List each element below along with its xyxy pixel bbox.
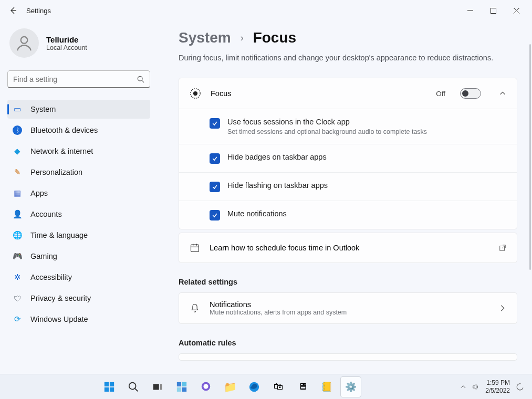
- chat-icon: [200, 381, 212, 393]
- scrollbar[interactable]: [529, 44, 531, 270]
- automatic-card-partial[interactable]: [179, 353, 517, 361]
- sidebar-item-accessibility[interactable]: ✲Accessibility: [7, 268, 150, 287]
- nav-label: Personalization: [30, 168, 82, 176]
- app-title: Settings: [26, 7, 51, 15]
- taskbar: 📁 🛍 🖥 📒 ⚙️ 1:59 PM 2/5/2022: [0, 374, 532, 399]
- svg-rect-15: [182, 382, 186, 386]
- nav-label: Apps: [30, 189, 48, 197]
- focus-toggle[interactable]: [460, 88, 481, 99]
- sidebar-item-gaming[interactable]: 🎮Gaming: [7, 247, 150, 266]
- checkbox-checked[interactable]: [210, 153, 220, 164]
- focus-option-mute[interactable]: Mute notifications: [179, 201, 517, 229]
- focus-tray-icon[interactable]: [515, 382, 525, 392]
- notifications-card[interactable]: Notifications Mute notifications, alerts…: [179, 292, 517, 324]
- focus-option-clock[interactable]: Use focus sessions in the Clock app Set …: [179, 109, 517, 144]
- widgets-icon: [176, 381, 187, 393]
- system-icon: ▭: [13, 104, 22, 114]
- focus-header[interactable]: Focus Off: [179, 78, 517, 109]
- titlebar: Settings: [0, 0, 532, 21]
- accounts-icon: 👤: [13, 209, 22, 219]
- search-icon: [137, 76, 144, 83]
- svg-rect-9: [105, 387, 109, 391]
- search-icon: [128, 381, 139, 393]
- svg-rect-12: [153, 384, 159, 390]
- shield-icon: 🛡: [13, 293, 22, 303]
- svg-rect-7: [105, 382, 109, 386]
- sidebar-item-personalization[interactable]: ✎Personalization: [7, 163, 150, 182]
- search-box[interactable]: [7, 70, 150, 88]
- search-button[interactable]: [123, 376, 144, 397]
- taskview-button[interactable]: [147, 376, 168, 397]
- update-icon: ⟳: [13, 314, 22, 324]
- sidebar-item-accounts[interactable]: 👤Accounts: [7, 205, 150, 224]
- option-label: Mute notifications: [227, 209, 287, 218]
- chevron-right-icon: ›: [241, 33, 244, 44]
- globe-icon: 🌐: [13, 230, 22, 240]
- svg-rect-8: [110, 382, 114, 386]
- store-button[interactable]: 🛍: [268, 376, 289, 397]
- account-name: Telluride: [46, 35, 87, 44]
- calendar-icon: [190, 243, 200, 253]
- app2-button[interactable]: 📒: [316, 376, 337, 397]
- svg-rect-17: [182, 387, 186, 391]
- chevron-up-icon[interactable]: [499, 90, 506, 97]
- account-type: Local Account: [46, 44, 87, 51]
- back-button[interactable]: [4, 2, 22, 19]
- checkbox-checked[interactable]: [210, 118, 220, 129]
- svg-point-4: [193, 91, 197, 96]
- breadcrumb: System › Focus: [179, 29, 517, 46]
- widgets-button[interactable]: [171, 376, 192, 397]
- breadcrumb-current: Focus: [253, 29, 296, 46]
- volume-icon[interactable]: [472, 383, 480, 391]
- windows-icon: [103, 381, 115, 393]
- nav-label: Gaming: [30, 252, 57, 260]
- option-label: Hide badges on taskbar apps: [227, 153, 327, 161]
- svg-point-11: [129, 382, 136, 389]
- checkbox-checked[interactable]: [210, 210, 220, 220]
- folder-icon: 📁: [224, 381, 237, 393]
- search-input[interactable]: [13, 75, 137, 83]
- explorer-button[interactable]: 📁: [220, 376, 241, 397]
- related-heading: Related settings: [179, 278, 517, 286]
- date-text: 2/5/2022: [485, 387, 510, 395]
- minimize-button[interactable]: [458, 3, 482, 18]
- sidebar-item-update[interactable]: ⟳Windows Update: [7, 310, 150, 329]
- app1-button[interactable]: 🖥: [292, 376, 313, 397]
- nav-label: System: [30, 105, 56, 113]
- sidebar-item-privacy[interactable]: 🛡Privacy & security: [7, 289, 150, 308]
- avatar: [9, 28, 39, 58]
- svg-point-19: [204, 384, 208, 388]
- edge-button[interactable]: [244, 376, 265, 397]
- sidebar-item-time[interactable]: 🌐Time & language: [7, 226, 150, 245]
- settings-taskbar-button[interactable]: ⚙️: [340, 376, 361, 397]
- close-button[interactable]: [505, 3, 528, 18]
- focus-option-flashing[interactable]: Hide flashing on taskbar apps: [179, 173, 517, 201]
- close-icon: [514, 8, 519, 14]
- person-icon: [15, 34, 33, 52]
- time-text: 1:59 PM: [485, 379, 510, 387]
- checkbox-checked[interactable]: [210, 182, 220, 192]
- focus-option-badges[interactable]: Hide badges on taskbar apps: [179, 144, 517, 173]
- sidebar-item-apps[interactable]: ▦Apps: [7, 184, 150, 203]
- option-label: Hide flashing on taskbar apps: [227, 181, 328, 190]
- account-block[interactable]: Telluride Local Account: [7, 21, 150, 70]
- bluetooth-icon: ᛒ: [13, 125, 22, 135]
- open-external-icon: [499, 244, 506, 251]
- tray-chevron-icon[interactable]: [460, 384, 466, 390]
- clock[interactable]: 1:59 PM 2/5/2022: [485, 379, 510, 395]
- outlook-link-card[interactable]: Learn how to schedule focus time in Outl…: [179, 233, 517, 263]
- sidebar-item-network[interactable]: ◆Network & internet: [7, 142, 150, 161]
- svg-rect-10: [110, 387, 114, 391]
- focus-options-list: Use focus sessions in the Clock app Set …: [179, 109, 517, 229]
- nav-label: Privacy & security: [30, 294, 91, 302]
- chat-button[interactable]: [195, 376, 216, 397]
- sidebar-item-bluetooth[interactable]: ᛒBluetooth & devices: [7, 121, 150, 140]
- nav-label: Network & internet: [30, 147, 93, 155]
- chevron-right-icon: [499, 304, 506, 312]
- start-button[interactable]: [99, 376, 120, 397]
- gear-icon: ⚙️: [345, 381, 357, 393]
- wifi-icon: ◆: [13, 146, 22, 156]
- breadcrumb-parent[interactable]: System: [179, 29, 231, 46]
- sidebar-item-system[interactable]: ▭System: [7, 100, 150, 119]
- maximize-button[interactable]: [482, 3, 505, 18]
